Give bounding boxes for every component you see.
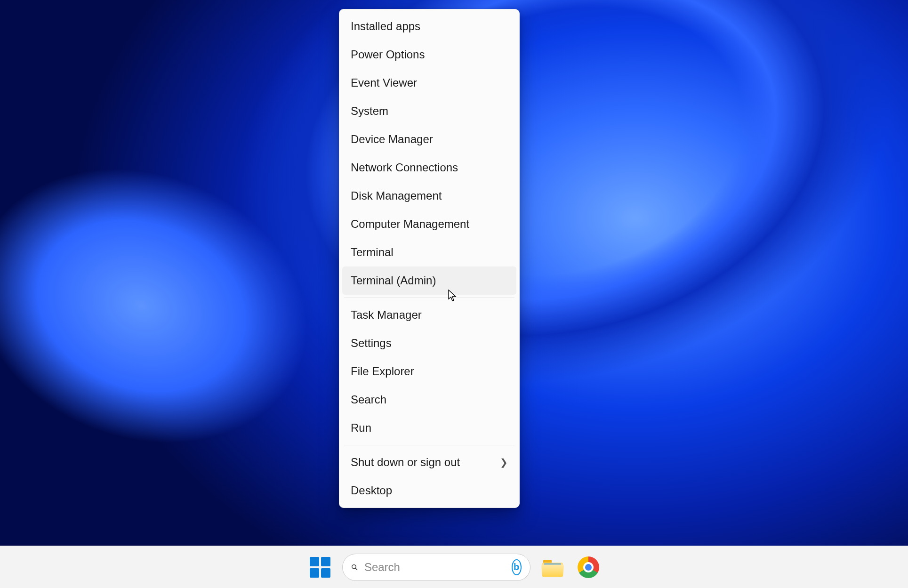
menu-item-installed-apps[interactable]: Installed apps bbox=[342, 12, 516, 40]
menu-item-label: Disk Management bbox=[351, 189, 442, 202]
menu-item-file-explorer[interactable]: File Explorer bbox=[342, 357, 516, 386]
taskbar-app-file-explorer[interactable] bbox=[539, 554, 566, 581]
menu-item-device-manager[interactable]: Device Manager bbox=[342, 125, 516, 153]
menu-item-network-connections[interactable]: Network Connections bbox=[342, 153, 516, 182]
menu-item-label: File Explorer bbox=[351, 365, 414, 378]
menu-item-power-options[interactable]: Power Options bbox=[342, 40, 516, 69]
menu-item-label: Power Options bbox=[351, 48, 425, 61]
menu-item-task-manager[interactable]: Task Manager bbox=[342, 301, 516, 329]
search-input[interactable] bbox=[364, 561, 505, 574]
menu-item-event-viewer[interactable]: Event Viewer bbox=[342, 69, 516, 97]
winx-context-menu: Installed apps Power Options Event Viewe… bbox=[339, 9, 520, 508]
menu-item-label: Settings bbox=[351, 337, 392, 350]
taskbar-search[interactable]: b bbox=[342, 554, 530, 581]
menu-item-label: Terminal bbox=[351, 246, 394, 259]
folder-icon bbox=[542, 558, 563, 577]
menu-item-computer-management[interactable]: Computer Management bbox=[342, 210, 516, 238]
menu-item-label: Search bbox=[351, 393, 386, 406]
search-icon bbox=[351, 561, 358, 573]
chrome-icon bbox=[578, 556, 599, 578]
menu-item-system[interactable]: System bbox=[342, 97, 516, 125]
menu-item-label: Shut down or sign out bbox=[351, 456, 460, 469]
menu-item-shut-down-or-sign-out[interactable]: Shut down or sign out ❯ bbox=[342, 448, 516, 476]
menu-item-label: Event Viewer bbox=[351, 76, 417, 89]
menu-item-label: System bbox=[351, 105, 388, 118]
menu-separator bbox=[344, 298, 514, 298]
menu-item-label: Run bbox=[351, 421, 371, 435]
menu-item-label: Device Manager bbox=[351, 133, 433, 146]
menu-separator bbox=[344, 445, 514, 445]
chevron-right-icon: ❯ bbox=[500, 457, 508, 468]
menu-item-run[interactable]: Run bbox=[342, 414, 516, 442]
menu-item-settings[interactable]: Settings bbox=[342, 329, 516, 357]
menu-item-terminal-admin[interactable]: Terminal (Admin) bbox=[342, 266, 516, 295]
menu-item-label: Terminal (Admin) bbox=[351, 274, 436, 287]
menu-item-label: Installed apps bbox=[351, 20, 420, 33]
menu-item-disk-management[interactable]: Disk Management bbox=[342, 182, 516, 210]
bing-chat-icon[interactable]: b bbox=[512, 559, 522, 575]
menu-item-terminal[interactable]: Terminal bbox=[342, 238, 516, 266]
menu-item-label: Task Manager bbox=[351, 308, 422, 322]
menu-item-label: Computer Management bbox=[351, 217, 469, 231]
menu-item-label: Desktop bbox=[351, 484, 392, 497]
taskbar-app-chrome[interactable] bbox=[575, 554, 602, 581]
start-button[interactable] bbox=[306, 554, 334, 581]
svg-line-1 bbox=[355, 568, 357, 570]
windows-logo-icon bbox=[310, 557, 330, 578]
menu-item-search[interactable]: Search bbox=[342, 386, 516, 414]
cursor-icon bbox=[448, 290, 457, 302]
menu-item-label: Network Connections bbox=[351, 161, 458, 174]
taskbar: b bbox=[0, 546, 908, 588]
menu-item-desktop[interactable]: Desktop bbox=[342, 476, 516, 505]
